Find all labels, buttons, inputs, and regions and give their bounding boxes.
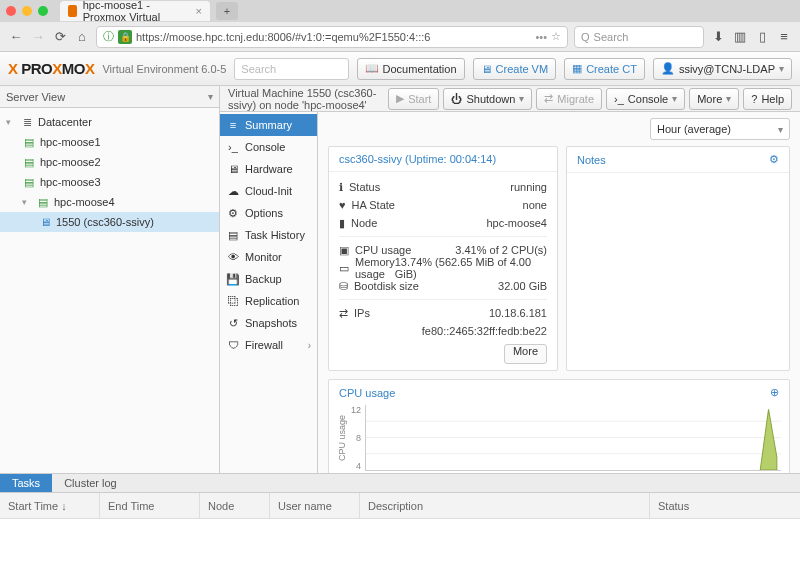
col-user[interactable]: User name xyxy=(270,493,360,518)
col-endtime[interactable]: End Time xyxy=(100,493,200,518)
col-label: Description xyxy=(368,500,423,512)
sn-label: Hardware xyxy=(245,163,293,175)
user-label: ssivy@TCNJ-LDAP xyxy=(679,63,775,75)
copy-icon: ⿻ xyxy=(226,295,240,307)
k-label: Status xyxy=(349,181,380,193)
more-ips-button[interactable]: More xyxy=(504,344,547,364)
sidenav-replication[interactable]: ⿻Replication xyxy=(220,290,317,312)
back-icon[interactable]: ← xyxy=(8,29,24,44)
timerange-select[interactable]: Hour (average)▾ xyxy=(650,118,790,140)
expand-icon[interactable]: ▾ xyxy=(22,197,32,207)
tree-node[interactable]: ▾▤hpc-moose4 xyxy=(0,192,219,212)
sidenav-snapshots[interactable]: ↺Snapshots xyxy=(220,312,317,334)
sidenav-taskhistory[interactable]: ▤Task History xyxy=(220,224,317,246)
sidenav-console[interactable]: ›_Console xyxy=(220,136,317,158)
sidenav-summary[interactable]: ≡Summary xyxy=(220,114,317,136)
col-desc[interactable]: Description xyxy=(360,493,650,518)
chevron-down-icon: ▾ xyxy=(672,93,677,104)
node-label: 1550 (csc360-ssivy) xyxy=(56,216,154,228)
cpu-icon: ▣ xyxy=(339,244,349,257)
disk-icon: ⛁ xyxy=(339,280,348,293)
more-button[interactable]: More▾ xyxy=(689,88,739,110)
url-input[interactable]: ⓘ 🔒 https://moose.hpc.tcnj.edu:8006/#v1:… xyxy=(96,26,568,48)
col-starttime[interactable]: Start Time ↓ xyxy=(0,493,100,518)
server-icon: ▤ xyxy=(22,156,36,169)
window-max-dot[interactable] xyxy=(38,6,48,16)
user-button[interactable]: 👤ssivy@TCNJ-LDAP▾ xyxy=(653,58,792,80)
migrate-button: ⇄Migrate xyxy=(536,88,602,110)
expand-icon[interactable]: ▾ xyxy=(6,117,16,127)
tab-tasks[interactable]: Tasks xyxy=(0,474,52,492)
tasks-header-row: Start Time ↓ End Time Node User name Des… xyxy=(0,493,800,519)
tree-datacenter[interactable]: ▾≣Datacenter xyxy=(0,112,219,132)
col-label: User name xyxy=(278,500,332,512)
v-label: fe80::2465:32ff:fedb:be22 xyxy=(422,325,547,337)
k-label: CPU usage xyxy=(355,244,411,256)
tree-vm-selected[interactable]: 🖥1550 (csc360-ssivy) xyxy=(0,212,219,232)
chevron-down-icon: ▾ xyxy=(778,124,783,135)
tab-cluster-log[interactable]: Cluster log xyxy=(52,474,129,492)
window-close-dot[interactable] xyxy=(6,6,16,16)
sidebar-icon[interactable]: ▯ xyxy=(754,29,770,44)
sn-label: Options xyxy=(245,207,283,219)
tree-node[interactable]: ▤hpc-moose2 xyxy=(0,152,219,172)
home-icon[interactable]: ⌂ xyxy=(74,29,90,44)
server-icon: ▤ xyxy=(22,176,36,189)
list-icon: ≡ xyxy=(226,119,240,131)
sidenav-hardware[interactable]: 🖥Hardware xyxy=(220,158,317,180)
window-min-dot[interactable] xyxy=(22,6,32,16)
star-icon[interactable]: ☆ xyxy=(551,30,561,43)
search-placeholder: Search xyxy=(594,31,629,43)
col-label: End Time xyxy=(108,500,154,512)
terminal-icon: ›_ xyxy=(226,141,240,153)
sn-label: Firewall xyxy=(245,339,283,351)
console-button[interactable]: ›_Console▾ xyxy=(606,88,685,110)
shutdown-button[interactable]: ⏻Shutdown▾ xyxy=(443,88,532,110)
sidenav-monitor[interactable]: 👁Monitor xyxy=(220,246,317,268)
k-label: Memory usage xyxy=(355,256,395,280)
close-icon[interactable]: × xyxy=(196,5,202,17)
v-label: 32.00 GiB xyxy=(498,280,547,292)
search-icon: Q xyxy=(581,31,590,43)
download-icon[interactable]: ⬇ xyxy=(710,29,726,44)
btn-label: More xyxy=(697,93,722,105)
menu-icon[interactable]: ≡ xyxy=(776,29,792,44)
col-node[interactable]: Node xyxy=(200,493,270,518)
create-ct-button[interactable]: ▦Create CT xyxy=(564,58,645,80)
tab-label: Cluster log xyxy=(64,477,117,489)
new-tab-button[interactable]: + xyxy=(216,2,238,20)
browser-tab[interactable]: hpc-moose1 - Proxmox Virtual × xyxy=(60,1,210,21)
server-view-selector[interactable]: Server View ▾ xyxy=(0,86,219,108)
url-dots-icon[interactable]: ••• xyxy=(535,31,547,43)
tree-node[interactable]: ▤hpc-moose1 xyxy=(0,132,219,152)
gear-icon[interactable]: ⚙ xyxy=(769,153,779,166)
shield-icon: 🛡 xyxy=(226,339,240,351)
building-icon: ▮ xyxy=(339,217,345,230)
k-label: HA State xyxy=(352,199,395,211)
cpu-chart: CPU usage⊕ CPU usage 12 8 4 xyxy=(328,379,790,473)
node-label: hpc-moose1 xyxy=(40,136,101,148)
help-button[interactable]: ?Help xyxy=(743,88,792,110)
btn-label: Help xyxy=(761,93,784,105)
svg-marker-3 xyxy=(760,409,777,470)
browser-search-input[interactable]: Q Search xyxy=(574,26,704,48)
app-search-input[interactable]: Search xyxy=(234,58,348,80)
documentation-button[interactable]: 📖Documentation xyxy=(357,58,465,80)
sn-label: Cloud-Init xyxy=(245,185,292,197)
col-status[interactable]: Status xyxy=(650,493,800,518)
tree-node[interactable]: ▤hpc-moose3 xyxy=(0,172,219,192)
create-vm-button[interactable]: 🖥Create VM xyxy=(473,58,557,80)
sn-label: Console xyxy=(245,141,285,153)
library-icon[interactable]: ▥ xyxy=(732,29,748,44)
sidenav-options[interactable]: ⚙Options xyxy=(220,202,317,224)
sidenav-cloudinit[interactable]: ☁Cloud-Init xyxy=(220,180,317,202)
reload-icon[interactable]: ⟳ xyxy=(52,29,68,44)
play-icon: ▶ xyxy=(396,92,404,105)
server-icon: ▤ xyxy=(22,136,36,149)
y-axis-label: CPU usage xyxy=(337,405,347,471)
summary-panel: csc360-ssivy (Uptime: 00:04:14) ℹStatusr… xyxy=(328,146,558,371)
zoom-icon[interactable]: ⊕ xyxy=(770,386,779,399)
btn-label: More xyxy=(513,345,538,357)
sidenav-firewall[interactable]: 🛡Firewall› xyxy=(220,334,317,356)
sidenav-backup[interactable]: 💾Backup xyxy=(220,268,317,290)
